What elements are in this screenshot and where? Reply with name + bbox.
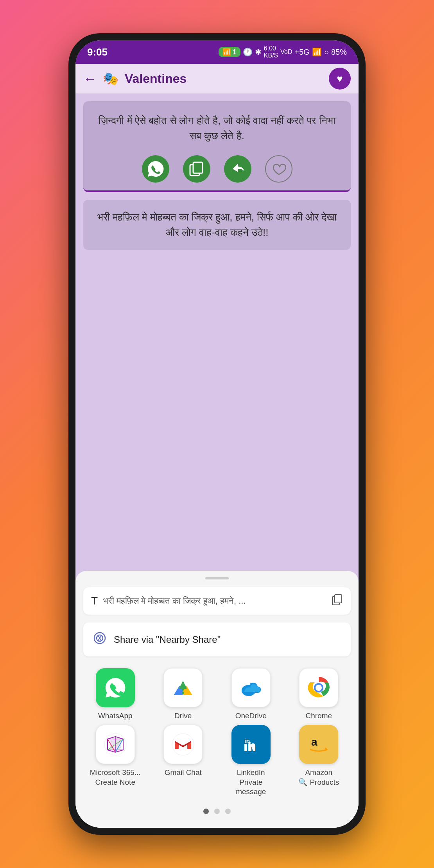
content-area: ज़िन्दगी में ऐसे बहोत से लोग होते है, जो… xyxy=(75,93,359,828)
quote-actions xyxy=(93,155,341,183)
pagination-dots xyxy=(75,805,359,816)
drive-app-icon xyxy=(163,668,203,707)
network-icon: VoD xyxy=(280,48,292,56)
whatsapp-svg xyxy=(104,676,127,699)
dot-2 xyxy=(214,809,220,814)
whatsapp-icon xyxy=(144,157,167,181)
header-left: ← 🎭 Valentines xyxy=(83,71,187,86)
dot-1 xyxy=(203,809,209,814)
microsoft-label: Microsoft 365...Create Note xyxy=(90,768,141,787)
signal-bars: 📶 xyxy=(312,47,322,57)
battery-pct: 85% xyxy=(331,48,347,57)
whatsapp-app-icon xyxy=(96,668,135,707)
text-format-icon: T xyxy=(91,595,98,607)
alarm-icon: 🕐 xyxy=(243,47,253,57)
svg-rect-2 xyxy=(193,162,203,173)
like-button[interactable] xyxy=(265,155,292,183)
svg-text:a: a xyxy=(311,736,317,748)
drive-label: Drive xyxy=(174,711,192,721)
amazon-label: Amazon🔍 Products xyxy=(298,768,339,787)
app-item-whatsapp[interactable]: WhatsApp xyxy=(83,668,147,721)
app-header: ← 🎭 Valentines ♥ xyxy=(75,64,359,93)
heart-icon: ♥ xyxy=(337,73,343,85)
favorite-button[interactable]: ♥ xyxy=(329,68,351,90)
amazon-svg: a xyxy=(307,732,331,757)
app-item-amazon[interactable]: a Amazon🔍 Products xyxy=(287,725,351,797)
svg-rect-31 xyxy=(244,744,247,751)
svg-rect-4 xyxy=(335,595,342,603)
dot-3 xyxy=(225,809,231,814)
nearby-icon-svg xyxy=(93,631,107,645)
drive-svg xyxy=(172,676,194,699)
svg-rect-32 xyxy=(248,742,251,744)
app-item-linkedin[interactable]: in LinkedInPrivatemessage xyxy=(219,725,283,797)
onedrive-label: OneDrive xyxy=(235,711,267,721)
microsoft-svg xyxy=(104,733,127,756)
amazon-app-icon: a xyxy=(299,725,338,764)
wifi-badge: 📶 1 xyxy=(219,47,240,57)
chrome-label: Chrome xyxy=(305,711,332,721)
heart-outline-icon xyxy=(271,161,286,176)
svg-rect-35 xyxy=(307,732,331,757)
chrome-app-icon xyxy=(299,668,338,707)
phone-screen: 9:05 📶 1 🕐 ✱ 6.00KB/S VoD +5G 📶 ○ 85% ← … xyxy=(75,40,359,828)
nearby-share-row[interactable]: Share via "Nearby Share" xyxy=(83,622,351,656)
status-icons: 📶 1 🕐 ✱ 6.00KB/S VoD +5G 📶 ○ 85% xyxy=(219,45,347,59)
whatsapp-label: WhatsApp xyxy=(98,711,133,721)
app-grid: WhatsApp xyxy=(75,668,359,805)
quote-text-1: ज़िन्दगी में ऐसे बहोत से लोग होते है, जो… xyxy=(93,113,341,143)
quote-card-1: ज़िन्दगी में ऐसे बहोत से लोग होते है, जो… xyxy=(83,101,351,192)
quote-card-2: भरी महफ़िल मे मोहब्बत का जिक्र हुआ, हमने… xyxy=(83,200,351,250)
app-item-drive[interactable]: Drive xyxy=(151,668,215,721)
svg-rect-33 xyxy=(248,744,251,751)
sheet-handle xyxy=(205,577,229,579)
share-icon xyxy=(230,161,245,176)
nearby-share-icon xyxy=(93,631,107,648)
status-time: 9:05 xyxy=(87,46,108,58)
svg-marker-11 xyxy=(179,681,187,689)
linkedin-label: LinkedInPrivatemessage xyxy=(236,768,266,797)
back-button[interactable]: ← xyxy=(83,71,97,86)
nearby-share-label: Share via "Nearby Share" xyxy=(114,634,221,645)
gmail-svg xyxy=(171,732,195,757)
quote-text-2: भरी महफ़िल मे मोहब्बत का जिक्र हुआ, हमने… xyxy=(93,210,341,240)
onedrive-svg xyxy=(239,676,263,700)
linkedin-app-icon: in xyxy=(231,725,271,764)
header-emoji: 🎭 xyxy=(103,71,118,86)
data-speed: 6.00KB/S xyxy=(264,45,278,59)
wifi-icon: 📶 xyxy=(222,48,231,56)
bluetooth-icon: ✱ xyxy=(255,47,262,57)
share-sheet: T भरी महफ़िल मे मोहब्बत का जिक्र हुआ, हम… xyxy=(75,571,359,828)
page-title: Valentines xyxy=(125,72,187,86)
copy-button[interactable] xyxy=(183,155,210,183)
battery-icon: ○ xyxy=(324,48,329,57)
text-preview: भरी महफ़िल मे मोहब्बत का जिक्र हुआ, हमने… xyxy=(103,596,326,606)
copy-outline-icon xyxy=(332,594,343,605)
5g-icon: +5G xyxy=(295,48,310,57)
app-item-microsoft[interactable]: Microsoft 365...Create Note xyxy=(83,725,147,797)
app-item-gmail[interactable]: Gmail Chat xyxy=(151,725,215,797)
copy-icon xyxy=(189,161,204,176)
gmail-app-icon xyxy=(163,725,203,764)
status-bar: 9:05 📶 1 🕐 ✱ 6.00KB/S VoD +5G 📶 ○ 85% xyxy=(75,40,359,64)
onedrive-app-icon xyxy=(231,668,271,707)
share-button[interactable] xyxy=(224,155,251,183)
copy-text-button[interactable] xyxy=(332,594,343,608)
phone-frame: 9:05 📶 1 🕐 ✱ 6.00KB/S VoD +5G 📶 ○ 85% ← … xyxy=(68,33,366,835)
linkedin-svg: in xyxy=(239,732,263,757)
gmail-label: Gmail Chat xyxy=(165,768,202,778)
whatsapp-share-button[interactable] xyxy=(142,155,169,183)
chrome-svg xyxy=(307,676,331,700)
microsoft-app-icon xyxy=(96,725,135,764)
svg-point-18 xyxy=(316,685,322,691)
app-item-onedrive[interactable]: OneDrive xyxy=(219,668,283,721)
text-preview-row: T भरी महफ़िल मे मोहब्बत का जिक्र हुआ, हम… xyxy=(83,587,351,615)
app-item-chrome[interactable]: Chrome xyxy=(287,668,351,721)
